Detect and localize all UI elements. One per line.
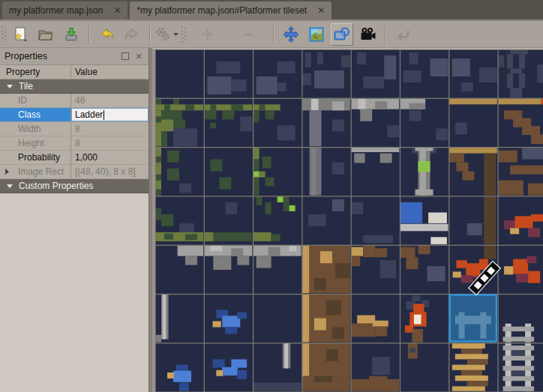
add-icon	[199, 25, 217, 43]
tile-objects-button[interactable]	[331, 23, 353, 46]
properties-panel: Properties ✕ Property Value TileID46Clas…	[0, 48, 149, 392]
property-column-header: Property	[0, 65, 71, 79]
expand-arrow-icon[interactable]	[5, 169, 9, 175]
tab-close-icon[interactable]: ✕	[113, 6, 121, 15]
text-caret	[104, 110, 104, 120]
tab-label: *my platformer map.json#Platformer tiles…	[136, 5, 307, 16]
properties-title-bar[interactable]: Properties ✕	[0, 48, 148, 65]
property-label: ID	[0, 94, 71, 107]
return-button[interactable]	[392, 23, 414, 46]
property-group-tile[interactable]: Tile	[0, 79, 148, 94]
edit-map-icon	[308, 25, 326, 43]
save-icon	[62, 25, 80, 43]
property-row-class[interactable]: ClassLadder	[0, 108, 148, 122]
tile-objects-icon	[332, 25, 352, 43]
new-file-button[interactable]	[9, 23, 32, 46]
remove-icon	[239, 25, 257, 43]
animation-icon	[358, 25, 377, 43]
property-row-height[interactable]: Height8	[0, 136, 148, 151]
property-row-probability[interactable]: Probability1,000	[0, 151, 148, 165]
tileset-view[interactable]	[152, 48, 543, 392]
property-label: Probability	[0, 151, 71, 164]
tab-label: my platformer map.json	[9, 5, 103, 16]
document-tab-1[interactable]: *my platformer map.json#Platformer tiles…	[130, 1, 332, 19]
remove-button[interactable]	[237, 23, 260, 46]
collapse-arrow-icon[interactable]	[7, 85, 13, 88]
value-column-header: Value	[71, 65, 148, 79]
property-value[interactable]: 8	[71, 122, 148, 136]
open-button[interactable]	[34, 23, 57, 46]
property-label: Height	[0, 136, 71, 150]
redo-icon	[123, 25, 141, 43]
main-toolbar	[0, 21, 543, 48]
toolbar-separator	[88, 25, 89, 43]
properties-column-header: Property Value	[0, 65, 148, 79]
move-tool-button[interactable]	[280, 23, 302, 46]
new-file-icon	[11, 25, 29, 43]
animation-button[interactable]	[356, 23, 379, 46]
redo-button[interactable]	[121, 23, 143, 46]
property-label: Width	[0, 122, 71, 136]
tab-bar: my platformer map.json✕*my platformer ma…	[0, 0, 543, 21]
add-button[interactable]	[196, 23, 219, 46]
run-command-button[interactable]	[156, 23, 178, 46]
toolbar-separator	[385, 25, 386, 43]
property-value[interactable]: 1,000	[71, 151, 148, 164]
class-value-input[interactable]: Ladder	[71, 108, 148, 121]
property-label: Class	[0, 108, 71, 121]
property-row-width[interactable]: Width8	[0, 122, 148, 136]
group-label: Tile	[19, 81, 33, 91]
property-label: Image Rect	[0, 165, 71, 178]
toolbar-separator	[149, 25, 150, 43]
float-icon	[122, 52, 129, 60]
toolbar-drag-handle[interactable]	[2, 26, 6, 43]
undo-button[interactable]	[95, 23, 118, 46]
group-label: Custom Properties	[19, 181, 93, 191]
save-button[interactable]	[60, 23, 82, 46]
toolbar-separator	[273, 25, 274, 43]
float-panel-button[interactable]	[120, 51, 130, 61]
property-row-image-rect[interactable]: Image Rect[(48, 40), 8 x 8]	[0, 165, 148, 179]
properties-title: Properties	[4, 51, 117, 61]
property-value[interactable]: [(48, 40), 8 x 8]	[71, 165, 148, 178]
close-icon: ✕	[135, 52, 142, 61]
return-icon	[394, 25, 412, 43]
property-value[interactable]: 8	[71, 136, 148, 150]
run-command-icon	[154, 25, 180, 43]
property-row-id[interactable]: ID46	[0, 94, 148, 108]
close-panel-button[interactable]: ✕	[134, 51, 144, 61]
document-tab-0[interactable]: my platformer map.json✕	[2, 1, 128, 19]
property-group-custom-properties[interactable]: Custom Properties	[0, 179, 148, 193]
edit-map-button[interactable]	[305, 23, 328, 46]
collapse-arrow-icon[interactable]	[7, 184, 13, 188]
input-text: Ladder	[75, 109, 103, 120]
property-value[interactable]: 46	[71, 94, 148, 107]
move-tool-icon	[282, 25, 300, 43]
tab-close-icon[interactable]: ✕	[317, 6, 325, 15]
open-icon	[37, 25, 55, 43]
undo-icon	[98, 25, 116, 43]
toolbar-drag-handle[interactable]	[182, 26, 186, 43]
property-value[interactable]: Ladder	[71, 108, 148, 121]
